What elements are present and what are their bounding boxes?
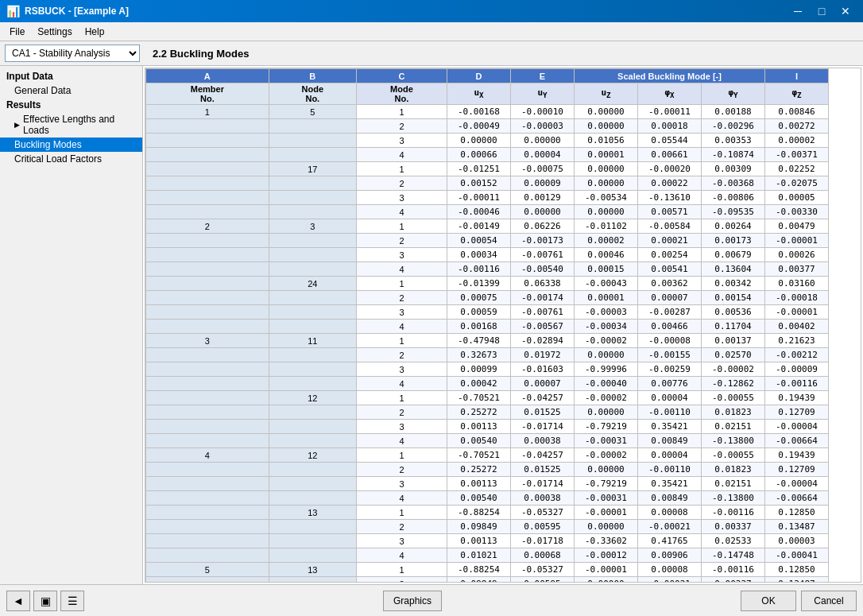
cell-mode: 2	[356, 463, 447, 477]
cell-uy: -0.01718	[511, 534, 575, 548]
back-icon: ◄	[13, 595, 24, 607]
minimize-button[interactable]: ─	[787, 2, 809, 20]
col-sub-node: NodeNo.	[269, 83, 356, 105]
cell-px: 0.00571	[638, 205, 702, 219]
cell-ux: -0.00149	[447, 219, 511, 234]
col-sub-px: φX	[638, 83, 702, 105]
cell-uz: -0.00043	[575, 277, 638, 291]
cell-ux: 0.00540	[447, 434, 511, 448]
cell-mode: 1	[356, 105, 447, 119]
cell-mode: 3	[356, 362, 447, 377]
table-row: 3-0.000110.00129-0.00534-0.13610-0.00806…	[146, 191, 829, 205]
cell-uy: 0.00009	[511, 176, 575, 191]
cell-py: -0.10874	[702, 148, 765, 162]
table-row: 151-0.00168-0.000100.00000-0.000110.0018…	[146, 105, 829, 119]
cell-member	[146, 234, 269, 248]
cell-px: 0.00022	[638, 176, 702, 191]
cell-member	[146, 176, 269, 191]
cell-px: 0.00021	[638, 234, 702, 248]
maximize-button[interactable]: □	[811, 2, 833, 20]
cell-member: 2	[146, 219, 269, 234]
cell-ux: -0.00116	[447, 262, 511, 277]
cell-px: 0.00906	[638, 548, 702, 563]
cell-px: -0.00021	[638, 577, 702, 583]
cell-py: 0.00679	[702, 248, 765, 262]
cell-pz: 0.00377	[765, 262, 829, 277]
cell-member	[146, 577, 269, 583]
cell-node	[269, 262, 356, 277]
cell-py: 0.02570	[702, 348, 765, 362]
ok-button[interactable]: OK	[741, 591, 796, 611]
scaled-buckling-mode-header: Scaled Buckling Mode [-]	[575, 69, 765, 83]
menu-file[interactable]: File	[3, 25, 31, 39]
cell-uy: -0.01714	[511, 477, 575, 491]
cell-uz: 0.00001	[575, 148, 638, 162]
cell-mode: 3	[356, 191, 447, 205]
cell-px: -0.00110	[638, 463, 702, 477]
cell-ux: 0.09849	[447, 520, 511, 534]
menu-settings[interactable]: Settings	[31, 25, 78, 39]
cell-uy: 0.00038	[511, 434, 575, 448]
cell-ux: 0.00042	[447, 377, 511, 391]
cell-mode: 2	[356, 348, 447, 362]
view-button[interactable]: ▣	[33, 591, 57, 611]
cell-py: -0.13800	[702, 491, 765, 506]
col-sub-uy: uY	[511, 83, 575, 105]
cell-ux: 0.00000	[447, 134, 511, 148]
cell-px: -0.00155	[638, 348, 702, 362]
cell-mode: 3	[356, 134, 447, 148]
cancel-button[interactable]: Cancel	[801, 591, 857, 611]
menu-help[interactable]: Help	[79, 25, 111, 39]
effective-lengths-label: Effective Lengths and Loads	[23, 114, 136, 136]
cell-ux: -0.01399	[447, 277, 511, 291]
cell-pz: 0.00005	[765, 191, 829, 205]
back-button[interactable]: ◄	[6, 591, 30, 611]
cell-mode: 4	[356, 434, 447, 448]
cell-node: 3	[269, 219, 356, 234]
section-title: 2.2 Buckling Modes	[146, 48, 249, 60]
analysis-dropdown[interactable]: CA1 - Stability Analysis	[5, 45, 140, 62]
title-bar: 📊 RSBUCK - [Example A] ─ □ ✕	[0, 0, 863, 22]
sidebar-item-effective-lengths[interactable]: ▶ Effective Lengths and Loads	[0, 112, 142, 138]
cell-node	[269, 491, 356, 506]
cell-uz: 0.00001	[575, 291, 638, 305]
col-header-b: B	[269, 69, 356, 83]
table-header-row-2: MemberNo. NodeNo. ModeNo. uX uY uZ φX φY…	[146, 83, 829, 105]
cell-px: -0.00110	[638, 405, 702, 420]
cell-node	[269, 234, 356, 248]
cell-ux: 0.00066	[447, 148, 511, 162]
menu-bar: File Settings Help	[0, 22, 863, 41]
cell-pz: -0.00004	[765, 477, 829, 491]
cell-px: 0.35421	[638, 477, 702, 491]
cell-px: -0.13610	[638, 191, 702, 205]
cell-px: -0.00021	[638, 520, 702, 534]
title-bar-text: RSBUCK - [Example A]	[25, 6, 129, 17]
cell-uz: 0.00000	[575, 348, 638, 362]
cell-member: 1	[146, 105, 269, 119]
cell-py: 0.11704	[702, 320, 765, 334]
close-button[interactable]: ✕	[834, 2, 857, 20]
table-container[interactable]: A B C D E Scaled Buckling Mode [-] I Mem…	[145, 68, 861, 583]
cell-pz: -0.00041	[765, 548, 829, 563]
cell-uy: -0.00174	[511, 291, 575, 305]
sidebar-item-buckling-modes[interactable]: Buckling Modes	[0, 138, 142, 152]
sidebar-item-critical-load[interactable]: Critical Load Factors	[0, 152, 142, 166]
cell-node	[269, 348, 356, 362]
cell-uz: 0.00000	[575, 577, 638, 583]
cell-px: 0.00008	[638, 506, 702, 520]
graphics-button[interactable]: Graphics	[383, 591, 442, 611]
cell-py: 0.00337	[702, 520, 765, 534]
cell-mode: 2	[356, 405, 447, 420]
col-header-a: A	[146, 69, 269, 83]
sidebar-item-general-data[interactable]: General Data	[0, 83, 142, 98]
col-sub-member: MemberNo.	[146, 83, 269, 105]
cell-py: 0.00536	[702, 305, 765, 320]
cell-py: 0.00137	[702, 334, 765, 348]
cell-node	[269, 405, 356, 420]
cell-px: -0.00011	[638, 105, 702, 119]
cell-py: -0.00055	[702, 391, 765, 405]
cell-uy: 0.01525	[511, 463, 575, 477]
cell-member	[146, 548, 269, 563]
list-button[interactable]: ☰	[60, 591, 84, 611]
cell-member	[146, 191, 269, 205]
